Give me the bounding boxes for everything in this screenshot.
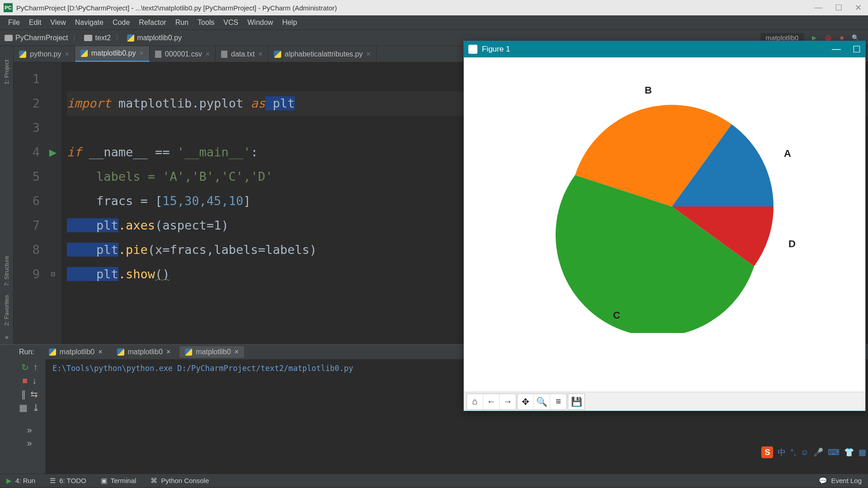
python-file-icon [19, 51, 26, 58]
forward-icon[interactable]: → [500, 394, 516, 409]
tray-icon[interactable]: °, [790, 448, 796, 457]
down-icon[interactable]: ↓ [32, 375, 37, 386]
tab-alphabeticalattributes-py[interactable]: alphabeticalattributes.py× [269, 46, 377, 62]
back-icon[interactable]: ← [483, 394, 500, 409]
tool-python-console[interactable]: ⌘Python Console [151, 477, 209, 485]
close-icon[interactable]: × [206, 50, 210, 58]
run-label: Run: [14, 348, 40, 356]
gutter-icons: ▶ ⊟ [44, 62, 61, 344]
tool-favorites[interactable]: 2: Favorites [3, 295, 10, 326]
tray-icon[interactable]: 👕 [844, 447, 854, 457]
matplotlib-icon [468, 45, 477, 54]
tool-event-log[interactable]: 💬Event Log [819, 477, 862, 485]
close-icon[interactable]: × [65, 50, 69, 58]
app-icon: PC [4, 3, 13, 12]
figure-canvas[interactable]: A B C D [464, 57, 865, 392]
tool-run[interactable]: ▶4: Run [6, 477, 35, 485]
menu-code[interactable]: Code [109, 17, 133, 28]
crumb-project[interactable]: PyCharmProject [15, 34, 68, 42]
menu-help[interactable]: Help [278, 17, 301, 28]
figure-titlebar[interactable]: Figure 1 — ☐ [464, 41, 865, 57]
stop-icon[interactable]: ■ [22, 375, 28, 386]
pause-icon[interactable]: ‖ [21, 389, 26, 399]
tab-python-py[interactable]: python.py× [14, 46, 75, 62]
pie-label-b: B [645, 84, 652, 96]
python-file-icon [80, 50, 88, 57]
menu-edit[interactable]: Edit [25, 17, 45, 28]
minimize-icon[interactable]: — [814, 3, 822, 13]
menu-file[interactable]: File [5, 17, 24, 28]
close-icon[interactable]: × [366, 50, 370, 58]
menu-vcs[interactable]: VCS [220, 17, 242, 28]
zoom-icon[interactable]: 🔍 [534, 394, 550, 409]
pan-icon[interactable]: ✥ [518, 394, 534, 409]
debug-icon[interactable]: 🐞 [825, 34, 832, 41]
file-icon [155, 51, 161, 58]
figure-toolbar: ⌂ ← → ✥ 🔍 ≡ 💾 [464, 392, 865, 411]
window-title: PyCharmProject [D:\PyCharmProject] - ...… [16, 4, 814, 12]
fold-icon[interactable]: ⊟ [44, 262, 61, 286]
matplotlib-figure-window[interactable]: Figure 1 — ☐ A B C D ⌂ [463, 41, 866, 411]
tray-icon[interactable]: ☺ [801, 448, 809, 457]
crumb-folder[interactable]: text2 [95, 34, 111, 42]
home-icon[interactable]: ⌂ [467, 394, 483, 409]
run-icon[interactable]: ▶ [812, 34, 816, 41]
tab-000001-csv[interactable]: 000001.csv× [150, 46, 216, 62]
pie-label-a: A [784, 148, 791, 159]
tab-matplotlib0-py[interactable]: matplotlib0.py× [75, 46, 150, 62]
python-file-icon [274, 51, 281, 58]
tab-label: data.txt [231, 50, 255, 58]
tray-icon[interactable]: 中 [778, 447, 786, 458]
window-titlebar: PC PyCharmProject [D:\PyCharmProject] - … [0, 0, 868, 15]
maximize-icon[interactable]: ☐ [853, 44, 861, 55]
crumb-file[interactable]: matplotlib0.py [137, 34, 182, 42]
menu-refactor[interactable]: Refactor [135, 17, 170, 28]
export-icon[interactable]: ⤓ [32, 402, 40, 413]
bottom-tool-stripe: ▶4: Run ☰6: TODO ▣Terminal ⌘Python Conso… [0, 474, 868, 487]
tool-terminal[interactable]: ▣Terminal [101, 477, 137, 485]
tool-structure[interactable]: 7: Structure [3, 256, 10, 286]
tool-project[interactable]: 1: Project [3, 60, 10, 84]
tray-icon[interactable]: 🎤 [813, 447, 823, 457]
tab-data-txt[interactable]: data.txt× [216, 46, 269, 62]
menu-tools[interactable]: Tools [194, 17, 218, 28]
pie-label-c: C [613, 310, 620, 321]
stop-icon[interactable]: ■ [840, 34, 844, 41]
left-tool-stripe: 1: Project 7: Structure 2: Favorites ★ [0, 46, 14, 344]
close-icon[interactable]: × [139, 49, 143, 57]
close-icon[interactable]: × [258, 50, 262, 58]
tab-label: 000001.csv [165, 50, 202, 58]
python-file-icon [127, 34, 134, 42]
run-toolbar: ↻↑ ■↓ ‖⇆ ▦⤓ » » [14, 359, 45, 474]
wrap-icon[interactable]: ⇆ [30, 389, 38, 399]
menu-navigate[interactable]: Navigate [71, 17, 107, 28]
tab-label: matplotlib0.py [91, 49, 136, 57]
menu-view[interactable]: View [47, 17, 69, 28]
run-tab[interactable]: matplotlib0× [43, 346, 108, 358]
configure-icon[interactable]: ≡ [550, 394, 566, 409]
menu-run[interactable]: Run [172, 17, 192, 28]
pie-label-d: D [788, 238, 796, 249]
menu-window[interactable]: Window [244, 17, 277, 28]
minimize-icon[interactable]: — [832, 44, 841, 55]
run-tab[interactable]: matplotlib0× [112, 346, 176, 358]
tray-icon[interactable]: ⌨ [828, 447, 840, 457]
tool-todo[interactable]: ☰6: TODO [50, 477, 86, 485]
file-icon [221, 51, 227, 58]
rerun-icon[interactable]: ↻ [21, 362, 29, 373]
line-gutter: 123456789 [14, 62, 44, 344]
sogou-ime-icon[interactable]: S [761, 446, 773, 458]
run-gutter-icon[interactable]: ▶ [44, 140, 61, 164]
pie-chart: A B C D [545, 80, 798, 333]
up-icon[interactable]: ↑ [33, 362, 38, 373]
tray-icon[interactable]: ▦ [859, 447, 866, 457]
layout-icon[interactable]: ▦ [19, 402, 28, 413]
run-tab[interactable]: matplotlib0× [179, 346, 244, 358]
menu-bar: File Edit View Navigate Code Refactor Ru… [0, 15, 868, 30]
close-icon[interactable]: ✕ [855, 3, 862, 13]
save-icon[interactable]: 💾 [568, 394, 585, 409]
search-icon[interactable]: 🔍 [852, 34, 859, 41]
folder-icon [84, 35, 92, 41]
maximize-icon[interactable]: ☐ [835, 3, 842, 13]
tab-label: alphabeticalattributes.py [285, 50, 363, 58]
